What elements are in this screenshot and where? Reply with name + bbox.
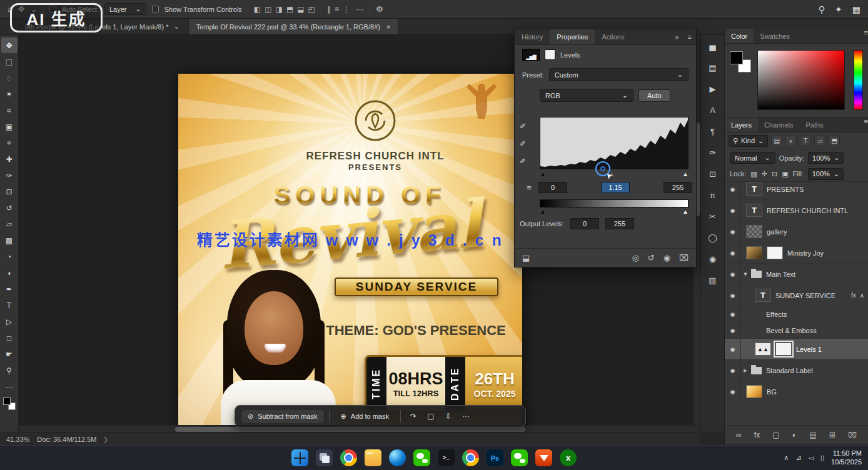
filter-smart-objects-icon[interactable]: ⬒ — [829, 136, 840, 146]
collapse-panel-icon[interactable]: » — [670, 29, 683, 44]
layer-row-refresh-church[interactable]: ◉ T REFRESH CHURCH INTL — [725, 200, 868, 221]
text-layer-thumbnail[interactable]: T — [746, 182, 762, 196]
preset-dropdown[interactable]: Custom ⌄ — [549, 68, 689, 81]
tab-history[interactable]: History — [515, 29, 550, 44]
zoom-tool[interactable]: ⚲ — [1, 362, 18, 378]
visibility-eye-icon[interactable]: ◉ — [725, 221, 741, 242]
tab-paths[interactable]: Paths — [800, 118, 830, 132]
zoom-level-field[interactable]: 41.33% — [6, 436, 29, 443]
document-tab[interactable]: Temple Of Revival 222.psd @ 33.4% (Recta… — [188, 19, 399, 34]
frame-tool[interactable]: ▣ — [1, 119, 18, 134]
tab-swatches[interactable]: Swatches — [754, 29, 796, 43]
visibility-eye-icon[interactable]: ◉ — [725, 242, 741, 263]
tab-channels[interactable]: Channels — [758, 118, 799, 132]
image-layer-thumbnail[interactable] — [746, 225, 762, 238]
filter-kind-dropdown[interactable]: ⚲ Kind ⌄ — [729, 135, 768, 147]
edit-toolbar-icon[interactable]: ··· — [1, 379, 18, 394]
tray-chevron-up-icon[interactable]: ∧ — [784, 454, 789, 462]
character-panel-icon[interactable]: A — [704, 102, 722, 118]
levels-histogram[interactable] — [540, 117, 689, 169]
white-point-eyedropper-icon[interactable]: ✐ — [520, 157, 526, 166]
add-layer-mask-icon[interactable]: ▢ — [772, 431, 779, 439]
lock-transparent-pixels-icon[interactable]: ▨ — [750, 170, 757, 178]
export-arrow-icon[interactable]: ⇩ — [441, 409, 456, 423]
visibility-eye-icon[interactable]: ◉ — [725, 381, 741, 402]
blend-mode-dropdown[interactable]: Normal ⌄ — [730, 152, 775, 164]
link-layers-icon[interactable]: ∞ — [736, 431, 742, 439]
task-view-button[interactable] — [316, 449, 333, 466]
align-center-icon[interactable]: ◫ — [265, 5, 271, 14]
libraries-panel-icon[interactable]: ▥ — [704, 272, 722, 288]
tab-actions[interactable]: Actions — [595, 29, 631, 44]
text-layer-thumbnail[interactable]: T — [755, 289, 771, 302]
image-layer-thumbnail[interactable] — [746, 385, 762, 398]
visibility-eye-icon[interactable]: ◉ — [725, 360, 741, 381]
output-highlight-input[interactable] — [605, 218, 634, 229]
shape-tool[interactable]: □ — [1, 330, 18, 346]
reset-adjustment-icon[interactable]: ↺ — [648, 253, 655, 262]
document-artwork[interactable]: REFRESH CHURCH INTL PRESENTS SOUND OF Re… — [178, 74, 522, 432]
distribute-horizontal-icon[interactable]: ∥ — [327, 5, 331, 14]
layer-row-effects[interactable]: ◉ Effects — [725, 306, 868, 322]
pen-tool[interactable]: ✒ — [1, 281, 18, 297]
chrome-profile-2-icon[interactable] — [462, 449, 479, 466]
new-adjustment-layer-icon[interactable]: ◐ — [792, 431, 797, 439]
visibility-eye-icon[interactable]: ◉ — [725, 264, 741, 284]
scrubby-hand-icon[interactable]: ≋ — [520, 184, 538, 192]
layer-mask-thumbnail[interactable] — [767, 246, 783, 259]
layer-row-bg[interactable]: ◉ BG — [725, 381, 868, 402]
channel-dropdown[interactable]: RGB ⌄ — [540, 89, 633, 102]
tab-layers[interactable]: Layers — [725, 118, 758, 132]
brush-settings-panel-icon[interactable]: ✑ — [704, 145, 722, 161]
visibility-eye-icon[interactable]: ◉ — [725, 200, 741, 221]
layer-effects-badge[interactable]: fx ∧ — [851, 292, 864, 299]
shadow-input[interactable] — [538, 182, 567, 193]
close-icon[interactable]: × — [386, 23, 390, 31]
paragraph-panel-icon[interactable]: ¶ — [704, 124, 722, 139]
layer-style-icon[interactable]: fx — [754, 431, 760, 439]
highlight-input[interactable] — [664, 182, 692, 193]
quick-selection-tool[interactable]: ✶ — [1, 86, 18, 102]
wechat-icon[interactable] — [413, 449, 430, 466]
chevron-down-icon[interactable]: ⌄ — [173, 22, 179, 31]
layer-group-standard-label[interactable]: ◉ ▸ Standard Label — [725, 360, 868, 381]
terminal-icon[interactable]: >_ — [438, 449, 455, 466]
layer-row-bevel-emboss[interactable]: ◉ Bevel & Emboss — [725, 322, 868, 339]
collapse-effects-chevron-icon[interactable]: ∧ — [860, 292, 864, 299]
gear-icon[interactable]: ⚙ — [376, 4, 383, 14]
layer-group-main-text[interactable]: ◉ ▾ Main Text — [725, 264, 868, 285]
distribute-more-icon[interactable]: ⋮ — [343, 5, 350, 14]
tab-color[interactable]: Color — [725, 29, 754, 43]
foreground-color-swatch[interactable] — [730, 51, 743, 64]
align-middle-icon[interactable]: ⬓ — [297, 5, 304, 14]
glyphs-panel-icon[interactable]: π — [704, 188, 722, 203]
edge-icon[interactable] — [389, 449, 406, 466]
toggle-visibility-icon[interactable]: ◉ — [664, 253, 670, 262]
history-brush-tool[interactable]: ↺ — [1, 200, 18, 216]
wechat-2-icon[interactable] — [511, 449, 528, 466]
ai-sparkle-icon[interactable]: ✦ — [835, 4, 842, 14]
gradient-tool[interactable]: ▩ — [1, 232, 18, 248]
volume-icon[interactable]: ◅ — [809, 454, 814, 462]
photoshop-icon[interactable]: Ps — [487, 449, 503, 466]
layer-mask-thumbnail-selected[interactable] — [775, 342, 792, 356]
visibility-eye-icon[interactable]: ◉ — [725, 322, 741, 338]
network-icon[interactable]: ⊿ — [795, 454, 801, 462]
file-explorer-icon[interactable] — [365, 449, 381, 466]
mask-square-icon[interactable]: ▢ — [423, 409, 438, 423]
more-options-icon[interactable]: ··· — [356, 4, 364, 14]
align-bottom-icon[interactable]: ◰ — [308, 5, 315, 14]
panel-menu-icon[interactable]: ≡ — [864, 29, 868, 43]
show-transform-checkbox[interactable] — [152, 6, 159, 12]
tray-clock[interactable]: 11:50 PM 10/5/2025 — [831, 449, 862, 467]
workspace-switcher-icon[interactable]: ▦ — [852, 4, 860, 14]
dodge-tool[interactable]: ◖ — [1, 265, 18, 281]
hue-slider[interactable] — [854, 50, 863, 110]
eraser-tool[interactable]: ▱ — [1, 216, 18, 232]
image-layer-thumbnail[interactable] — [746, 246, 762, 259]
notes-panel-icon[interactable]: ✂ — [704, 209, 722, 224]
undo-curve-icon[interactable]: ↷ — [406, 409, 421, 423]
foreground-background-swatch[interactable] — [3, 398, 16, 410]
saturation-brightness-field[interactable] — [757, 50, 845, 110]
output-highlight-slider[interactable]: ▲ — [682, 208, 689, 215]
